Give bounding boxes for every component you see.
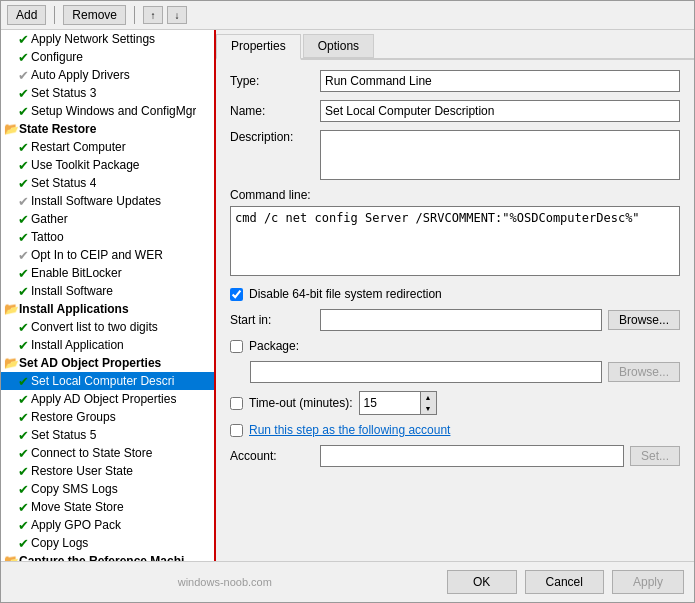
tree-label-state-restore: State Restore (19, 122, 96, 136)
tree-label-install-software: Install Software (31, 284, 113, 298)
tree-label-tattoo: Tattoo (31, 230, 64, 244)
tree-item-auto-apply-drivers[interactable]: ✔Auto Apply Drivers (1, 66, 214, 84)
set-button[interactable]: Set... (630, 446, 680, 466)
disable64-checkbox[interactable] (230, 288, 243, 301)
remove-button[interactable]: Remove (63, 5, 126, 25)
tree-item-apply-gpo-pack[interactable]: ✔Apply GPO Pack (1, 516, 214, 534)
tree-icon-install-application: ✔ (15, 337, 31, 353)
tree-item-gather[interactable]: ✔Gather (1, 210, 214, 228)
tree-item-set-status-3[interactable]: ✔Set Status 3 (1, 84, 214, 102)
tab-options[interactable]: Options (303, 34, 374, 58)
tree-label-restart-computer: Restart Computer (31, 140, 126, 154)
desc-textarea[interactable] (320, 130, 680, 180)
timeout-spin-up[interactable]: ▲ (420, 392, 436, 403)
tree-icon-connect-state-store: ✔ (15, 445, 31, 461)
tree-item-restart-computer[interactable]: ✔Restart Computer (1, 138, 214, 156)
tree-label-move-state-store: Move State Store (31, 500, 124, 514)
disable64-row: Disable 64-bit file system redirection (230, 287, 680, 301)
tree-item-connect-state-store[interactable]: ✔Connect to State Store (1, 444, 214, 462)
tree-item-copy-logs[interactable]: ✔Copy Logs (1, 534, 214, 552)
tree-item-opt-in-ceip[interactable]: ✔Opt In to CEIP and WER (1, 246, 214, 264)
tree-label-install-applications: Install Applications (19, 302, 129, 316)
tree-label-enable-bitlocker: Enable BitLocker (31, 266, 122, 280)
ok-button[interactable]: OK (447, 570, 517, 594)
tree-icon-install-software: ✔ (15, 283, 31, 299)
type-input[interactable] (320, 70, 680, 92)
browse2-button[interactable]: Browse... (608, 362, 680, 382)
package-label: Package: (249, 339, 299, 353)
tree-label-configure: Configure (31, 50, 83, 64)
tree-item-set-local-computer[interactable]: ✔Set Local Computer Descri (1, 372, 214, 390)
tree-item-setup-windows[interactable]: ✔Setup Windows and ConfigMgr (1, 102, 214, 120)
cancel-button[interactable]: Cancel (525, 570, 604, 594)
tree-item-enable-bitlocker[interactable]: ✔Enable BitLocker (1, 264, 214, 282)
timeout-spin-down[interactable]: ▼ (420, 403, 436, 414)
tree-icon-install-software-updates: ✔ (15, 193, 31, 209)
cmdline-label: Command line: (230, 188, 680, 202)
desc-label: Description: (230, 130, 320, 144)
name-row: Name: (230, 100, 680, 122)
name-input[interactable] (320, 100, 680, 122)
account-label: Account: (230, 449, 320, 463)
tree-item-install-application[interactable]: ✔Install Application (1, 336, 214, 354)
tree-icon-enable-bitlocker: ✔ (15, 265, 31, 281)
tree-icon-set-local-computer: ✔ (15, 373, 31, 389)
timeout-checkbox[interactable] (230, 397, 243, 410)
tree-icon-use-toolkit: ✔ (15, 157, 31, 173)
tree-item-convert-list[interactable]: ✔Convert list to two digits (1, 318, 214, 336)
startin-input[interactable] (320, 309, 602, 331)
move-down-icon[interactable]: ↓ (167, 6, 187, 24)
tree-item-set-ad-object[interactable]: 📂Set AD Object Properties (1, 354, 214, 372)
tree-label-gather: Gather (31, 212, 68, 226)
tree-label-opt-in-ceip: Opt In to CEIP and WER (31, 248, 163, 262)
cmdline-textarea[interactable] (230, 206, 680, 276)
tree-icon-capture-ref: 📂 (3, 553, 19, 561)
tree-item-apply-ad-object[interactable]: ✔Apply AD Object Properties (1, 390, 214, 408)
type-label: Type: (230, 74, 320, 88)
tree-item-set-status-5[interactable]: ✔Set Status 5 (1, 426, 214, 444)
tree-item-capture-ref[interactable]: 📂Capture the Reference Machi (1, 552, 214, 561)
tree-label-connect-state-store: Connect to State Store (31, 446, 152, 460)
tree-icon-tattoo: ✔ (15, 229, 31, 245)
browse-button[interactable]: Browse... (608, 310, 680, 330)
tree-item-configure[interactable]: ✔Configure (1, 48, 214, 66)
tree-icon-gather: ✔ (15, 211, 31, 227)
account-input[interactable] (320, 445, 624, 467)
tree-item-move-state-store[interactable]: ✔Move State Store (1, 498, 214, 516)
tree-item-use-toolkit[interactable]: ✔Use Toolkit Package (1, 156, 214, 174)
tree-icon-set-status-4: ✔ (15, 175, 31, 191)
apply-button[interactable]: Apply (612, 570, 684, 594)
tabs-bar: Properties Options (216, 30, 694, 60)
move-up-icon[interactable]: ↑ (143, 6, 163, 24)
tree-item-tattoo[interactable]: ✔Tattoo (1, 228, 214, 246)
tree-item-restore-groups[interactable]: ✔Restore Groups (1, 408, 214, 426)
startin-row: Start in: Browse... (230, 309, 680, 331)
tree-item-copy-sms-logs[interactable]: ✔Copy SMS Logs (1, 480, 214, 498)
tree-label-copy-logs: Copy Logs (31, 536, 88, 550)
add-button[interactable]: Add (7, 5, 46, 25)
tree-label-setup-windows: Setup Windows and ConfigMgr (31, 104, 196, 118)
package-checkbox-row: Package: (230, 339, 680, 353)
startin-label: Start in: (230, 313, 320, 327)
tree-label-set-status-5: Set Status 5 (31, 428, 96, 442)
package-checkbox[interactable] (230, 340, 243, 353)
watermark: windows-noob.com (11, 576, 439, 588)
tree-icon-opt-in-ceip: ✔ (15, 247, 31, 263)
timeout-input[interactable] (360, 392, 420, 414)
tab-properties[interactable]: Properties (216, 34, 301, 60)
tree-label-set-ad-object: Set AD Object Properties (19, 356, 161, 370)
tree-item-apply-network[interactable]: ✔Apply Network Settings (1, 30, 214, 48)
tree-item-restore-user-state[interactable]: ✔Restore User State (1, 462, 214, 480)
tree-item-install-applications[interactable]: 📂Install Applications (1, 300, 214, 318)
tree-label-set-local-computer: Set Local Computer Descri (31, 374, 174, 388)
package-input[interactable] (250, 361, 602, 383)
tree-icon-configure: ✔ (15, 49, 31, 65)
tree-item-state-restore[interactable]: 📂State Restore (1, 120, 214, 138)
run-as-checkbox[interactable] (230, 424, 243, 437)
package-input-row: Browse... (250, 361, 680, 383)
tree-item-set-status-4[interactable]: ✔Set Status 4 (1, 174, 214, 192)
run-as-label[interactable]: Run this step as the following account (249, 423, 450, 437)
tree-item-install-software[interactable]: ✔Install Software (1, 282, 214, 300)
tree-item-install-software-updates[interactable]: ✔Install Software Updates (1, 192, 214, 210)
tree-icon-restore-groups: ✔ (15, 409, 31, 425)
